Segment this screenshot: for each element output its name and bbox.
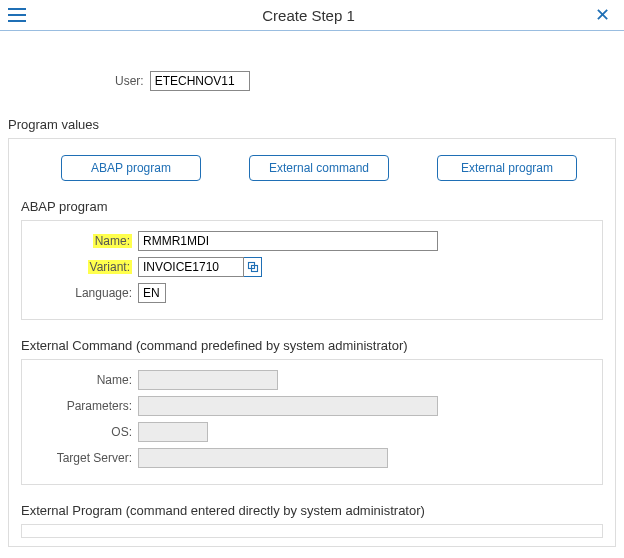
header-bar: Create Step 1 ✕	[0, 0, 624, 31]
abap-variant-field[interactable]	[138, 257, 244, 277]
value-help-icon[interactable]	[244, 257, 262, 277]
external-program-panel	[21, 524, 603, 538]
page-title: Create Step 1	[262, 7, 355, 24]
external-program-button[interactable]: External program	[437, 155, 577, 181]
user-label: User:	[115, 74, 144, 88]
user-row: User:	[115, 71, 624, 91]
external-command-button[interactable]: External command	[249, 155, 389, 181]
menu-icon[interactable]	[8, 8, 26, 22]
abap-name-label: Name:	[22, 234, 132, 248]
program-values-heading: Program values	[0, 117, 624, 138]
abap-name-field[interactable]	[138, 231, 438, 251]
external-program-heading: External Program (command entered direct…	[21, 503, 603, 524]
abap-language-field[interactable]	[138, 283, 166, 303]
extcmd-target-label: Target Server:	[22, 451, 132, 465]
external-command-heading: External Command (command predefined by …	[21, 338, 603, 359]
external-program-section: External Program (command entered direct…	[21, 503, 603, 538]
program-values-panel: ABAP program External command External p…	[8, 138, 616, 547]
program-type-buttons: ABAP program External command External p…	[21, 151, 603, 193]
abap-variant-label: Variant:	[22, 260, 132, 274]
abap-program-heading: ABAP program	[21, 199, 603, 220]
close-icon[interactable]: ✕	[591, 6, 614, 24]
extcmd-target-field	[138, 448, 388, 468]
extcmd-os-field	[138, 422, 208, 442]
abap-language-label: Language:	[22, 286, 132, 300]
abap-program-button[interactable]: ABAP program	[61, 155, 201, 181]
extcmd-os-label: OS:	[22, 425, 132, 439]
abap-program-section: ABAP program Name: Variant:	[21, 199, 603, 320]
extcmd-parameters-field	[138, 396, 438, 416]
extcmd-parameters-label: Parameters:	[22, 399, 132, 413]
extcmd-name-field	[138, 370, 278, 390]
extcmd-name-label: Name:	[22, 373, 132, 387]
abap-program-panel: Name: Variant: Language:	[21, 220, 603, 320]
user-field[interactable]	[150, 71, 250, 91]
external-command-panel: Name: Parameters: OS: Target Server:	[21, 359, 603, 485]
external-command-section: External Command (command predefined by …	[21, 338, 603, 485]
